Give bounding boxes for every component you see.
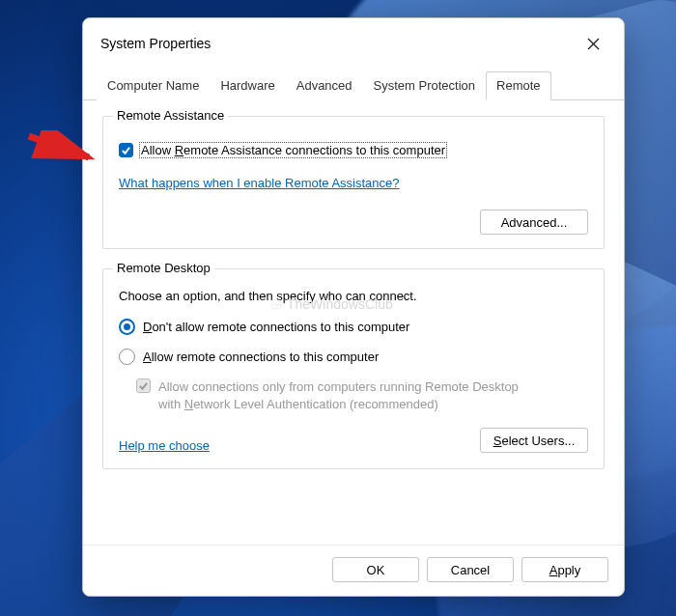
remote-desktop-legend: Remote Desktop bbox=[113, 261, 214, 275]
advanced-button[interactable]: Advanced... bbox=[480, 210, 588, 235]
window-title: System Properties bbox=[100, 36, 211, 51]
tab-advanced[interactable]: Advanced bbox=[286, 71, 363, 100]
nla-label: Allow connections only from computers ru… bbox=[158, 378, 519, 412]
titlebar: System Properties bbox=[83, 18, 624, 65]
remote-desktop-group: Remote Desktop Choose an option, and the… bbox=[102, 268, 605, 469]
radio-allow[interactable]: Allow remote connections to this compute… bbox=[119, 349, 588, 365]
radio-dont-allow[interactable]: Don't allow remote connections to this c… bbox=[119, 319, 588, 335]
allow-remote-assistance-checkbox-row[interactable]: Allow Remote Assistance connections to t… bbox=[119, 142, 588, 158]
ok-button[interactable]: OK bbox=[332, 557, 419, 582]
cancel-button[interactable]: Cancel bbox=[427, 557, 514, 582]
tab-remote[interactable]: Remote bbox=[486, 71, 551, 100]
radio-allow-input[interactable] bbox=[119, 349, 135, 365]
dialog-button-bar: OK Cancel Apply bbox=[83, 545, 624, 596]
close-icon bbox=[587, 38, 600, 50]
apply-button[interactable]: Apply bbox=[521, 557, 608, 582]
remote-assistance-legend: Remote Assistance bbox=[113, 108, 228, 123]
nla-checkbox-row: Allow connections only from computers ru… bbox=[136, 378, 588, 412]
checkmark-icon bbox=[121, 145, 131, 155]
radio-dont-allow-input[interactable] bbox=[119, 319, 135, 335]
tabstrip: Computer Name Hardware Advanced System P… bbox=[83, 70, 624, 100]
remote-desktop-description: Choose an option, and then specify who c… bbox=[119, 289, 588, 303]
remote-assistance-help-link[interactable]: What happens when I enable Remote Assist… bbox=[119, 176, 400, 190]
checkmark-icon bbox=[138, 380, 149, 391]
radio-allow-label: Allow remote connections to this compute… bbox=[143, 350, 379, 364]
select-users-button[interactable]: Select Users... bbox=[480, 428, 588, 453]
allow-remote-assistance-checkbox[interactable] bbox=[119, 143, 133, 157]
close-button[interactable] bbox=[577, 30, 608, 57]
tab-hardware[interactable]: Hardware bbox=[210, 71, 285, 100]
radio-dont-allow-label: Don't allow remote connections to this c… bbox=[143, 320, 409, 334]
tab-system-protection[interactable]: System Protection bbox=[363, 71, 487, 100]
tab-computer-name[interactable]: Computer Name bbox=[97, 71, 210, 100]
system-properties-dialog: System Properties Computer Name Hardware… bbox=[82, 17, 625, 597]
help-me-choose-link[interactable]: Help me choose bbox=[119, 438, 210, 453]
remote-assistance-group: Remote Assistance Allow Remote Assistanc… bbox=[102, 116, 605, 249]
nla-checkbox bbox=[136, 378, 151, 393]
allow-remote-assistance-label: Allow Remote Assistance connections to t… bbox=[139, 142, 447, 158]
